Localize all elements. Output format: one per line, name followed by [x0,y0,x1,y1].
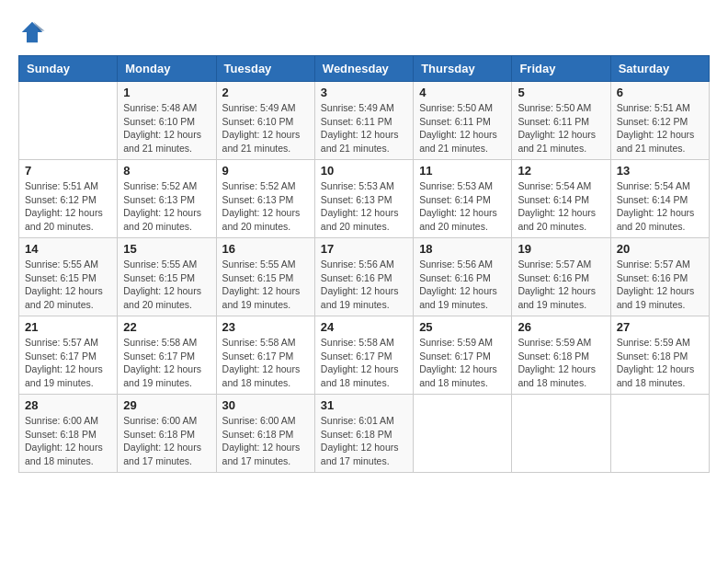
day-number: 5 [518,86,604,99]
day-info: Sunrise: 5:53 AM Sunset: 6:13 PM Dayligh… [321,179,407,234]
day-number: 21 [25,320,111,334]
day-info: Sunrise: 5:57 AM Sunset: 6:17 PM Dayligh… [25,336,111,390]
day-number: 19 [518,242,604,256]
day-number: 22 [123,320,210,334]
calendar-table: SundayMondayTuesdayWednesdayThursdayFrid… [18,55,710,473]
calendar-cell: 31Sunrise: 6:01 AM Sunset: 6:18 PM Dayli… [314,395,413,473]
day-info: Sunrise: 5:50 AM Sunset: 6:11 PM Dayligh… [419,101,506,155]
calendar-cell: 15Sunrise: 5:55 AM Sunset: 6:15 PM Dayli… [118,238,216,316]
calendar-cell [512,395,610,473]
weekday-header: Sunday [19,56,118,82]
logo-icon [18,18,46,46]
day-info: Sunrise: 6:00 AM Sunset: 6:18 PM Dayligh… [25,414,111,468]
calendar-cell: 18Sunrise: 5:56 AM Sunset: 6:16 PM Dayli… [414,238,512,316]
day-number: 30 [222,398,309,412]
calendar-cell: 9Sunrise: 5:52 AM Sunset: 6:13 PM Daylig… [216,160,314,238]
day-number: 1 [123,86,210,99]
calendar-cell: 3Sunrise: 5:49 AM Sunset: 6:11 PM Daylig… [314,82,413,160]
day-info: Sunrise: 5:54 AM Sunset: 6:14 PM Dayligh… [518,179,604,234]
day-info: Sunrise: 5:57 AM Sunset: 6:16 PM Dayligh… [617,258,703,312]
calendar-cell: 27Sunrise: 5:59 AM Sunset: 6:18 PM Dayli… [610,316,709,395]
day-number: 14 [25,242,111,256]
day-number: 12 [518,164,604,178]
day-info: Sunrise: 5:59 AM Sunset: 6:17 PM Dayligh… [419,336,506,390]
calendar-cell: 20Sunrise: 5:57 AM Sunset: 6:16 PM Dayli… [610,238,709,316]
day-info: Sunrise: 5:51 AM Sunset: 6:12 PM Dayligh… [617,101,703,155]
day-info: Sunrise: 6:00 AM Sunset: 6:18 PM Dayligh… [222,414,309,468]
day-info: Sunrise: 5:58 AM Sunset: 6:17 PM Dayligh… [123,336,210,390]
day-number: 15 [123,242,210,256]
page-header [18,18,710,46]
day-number: 13 [617,164,703,178]
day-number: 16 [222,242,309,256]
day-number: 11 [419,164,506,178]
day-number: 4 [419,86,506,99]
svg-marker-0 [22,22,43,43]
calendar-week-row: 14Sunrise: 5:55 AM Sunset: 6:15 PM Dayli… [19,238,710,316]
weekday-header: Wednesday [314,56,413,82]
day-info: Sunrise: 5:54 AM Sunset: 6:14 PM Dayligh… [617,179,703,234]
day-info: Sunrise: 5:58 AM Sunset: 6:17 PM Dayligh… [222,336,309,390]
day-number: 7 [25,164,111,178]
calendar-cell: 22Sunrise: 5:58 AM Sunset: 6:17 PM Dayli… [118,316,216,395]
calendar-cell: 11Sunrise: 5:53 AM Sunset: 6:14 PM Dayli… [414,160,512,238]
calendar-week-row: 21Sunrise: 5:57 AM Sunset: 6:17 PM Dayli… [19,316,710,395]
day-info: Sunrise: 6:00 AM Sunset: 6:18 PM Dayligh… [123,414,210,468]
calendar-cell: 17Sunrise: 5:56 AM Sunset: 6:16 PM Dayli… [314,238,413,316]
day-number: 31 [321,398,407,412]
calendar-cell: 28Sunrise: 6:00 AM Sunset: 6:18 PM Dayli… [19,395,118,473]
day-number: 9 [222,164,309,178]
calendar-cell [414,395,512,473]
day-number: 17 [321,242,407,256]
calendar-cell [610,395,709,473]
day-info: Sunrise: 5:51 AM Sunset: 6:12 PM Dayligh… [25,179,111,234]
day-info: Sunrise: 5:59 AM Sunset: 6:18 PM Dayligh… [617,336,703,390]
day-info: Sunrise: 5:52 AM Sunset: 6:13 PM Dayligh… [222,179,309,234]
logo [18,18,50,46]
calendar-cell: 21Sunrise: 5:57 AM Sunset: 6:17 PM Dayli… [19,316,118,395]
day-info: Sunrise: 5:52 AM Sunset: 6:13 PM Dayligh… [123,179,210,234]
day-info: Sunrise: 5:49 AM Sunset: 6:11 PM Dayligh… [321,101,407,155]
day-info: Sunrise: 5:55 AM Sunset: 6:15 PM Dayligh… [123,258,210,312]
day-number: 18 [419,242,506,256]
weekday-header: Tuesday [216,56,314,82]
day-info: Sunrise: 5:57 AM Sunset: 6:16 PM Dayligh… [518,258,604,312]
day-number: 26 [518,320,604,334]
day-number: 8 [123,164,210,178]
calendar-cell: 5Sunrise: 5:50 AM Sunset: 6:11 PM Daylig… [512,82,610,160]
day-info: Sunrise: 5:48 AM Sunset: 6:10 PM Dayligh… [123,101,210,155]
day-number: 23 [222,320,309,334]
calendar-cell: 24Sunrise: 5:58 AM Sunset: 6:17 PM Dayli… [314,316,413,395]
day-number: 27 [617,320,703,334]
calendar-week-row: 7Sunrise: 5:51 AM Sunset: 6:12 PM Daylig… [19,160,710,238]
day-info: Sunrise: 5:56 AM Sunset: 6:16 PM Dayligh… [419,258,506,312]
day-number: 10 [321,164,407,178]
day-info: Sunrise: 5:55 AM Sunset: 6:15 PM Dayligh… [25,258,111,312]
calendar-cell: 7Sunrise: 5:51 AM Sunset: 6:12 PM Daylig… [19,160,118,238]
calendar-week-row: 28Sunrise: 6:00 AM Sunset: 6:18 PM Dayli… [19,395,710,473]
day-info: Sunrise: 5:49 AM Sunset: 6:10 PM Dayligh… [222,101,309,155]
calendar-cell: 23Sunrise: 5:58 AM Sunset: 6:17 PM Dayli… [216,316,314,395]
calendar-cell: 30Sunrise: 6:00 AM Sunset: 6:18 PM Dayli… [216,395,314,473]
day-info: Sunrise: 5:56 AM Sunset: 6:16 PM Dayligh… [321,258,407,312]
day-number: 6 [617,86,703,99]
calendar-cell: 29Sunrise: 6:00 AM Sunset: 6:18 PM Dayli… [118,395,216,473]
day-number: 20 [617,242,703,256]
weekday-header: Friday [512,56,610,82]
calendar-cell: 4Sunrise: 5:50 AM Sunset: 6:11 PM Daylig… [414,82,512,160]
day-number: 2 [222,86,309,99]
day-info: Sunrise: 6:01 AM Sunset: 6:18 PM Dayligh… [321,414,407,468]
day-info: Sunrise: 5:53 AM Sunset: 6:14 PM Dayligh… [419,179,506,234]
calendar-cell: 12Sunrise: 5:54 AM Sunset: 6:14 PM Dayli… [512,160,610,238]
calendar-cell [19,82,118,160]
day-number: 25 [419,320,506,334]
day-number: 24 [321,320,407,334]
day-info: Sunrise: 5:58 AM Sunset: 6:17 PM Dayligh… [321,336,407,390]
day-number: 3 [321,86,407,99]
weekday-header: Saturday [610,56,709,82]
calendar-cell: 8Sunrise: 5:52 AM Sunset: 6:13 PM Daylig… [118,160,216,238]
day-number: 28 [25,398,111,412]
calendar-cell: 6Sunrise: 5:51 AM Sunset: 6:12 PM Daylig… [610,82,709,160]
weekday-header: Monday [118,56,216,82]
weekday-header: Thursday [414,56,512,82]
